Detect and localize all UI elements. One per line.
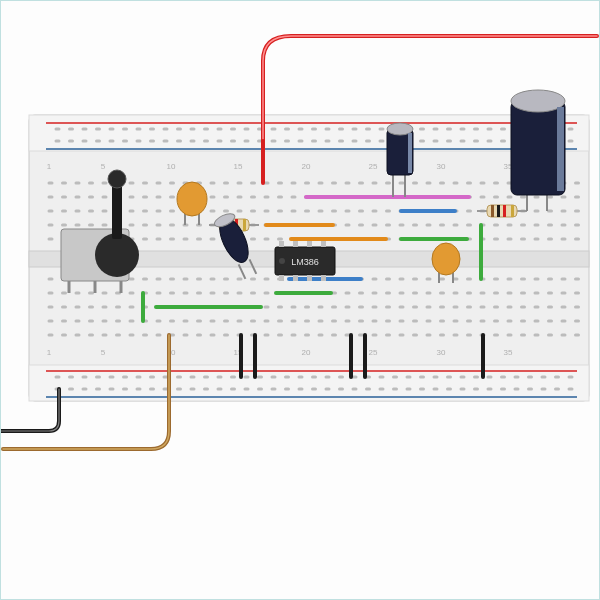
col-label: 5 bbox=[101, 162, 106, 171]
svg-rect-62 bbox=[279, 275, 284, 281]
col-label: 30 bbox=[437, 348, 446, 357]
svg-rect-80 bbox=[511, 205, 514, 217]
col-label: 1 bbox=[47, 162, 52, 171]
svg-point-74 bbox=[432, 243, 460, 275]
col-label: 30 bbox=[437, 162, 446, 171]
breadboard-diagram: 1 5 10 15 20 25 30 35 1 5 10 15 20 25 30… bbox=[1, 1, 600, 600]
svg-rect-63 bbox=[293, 275, 298, 281]
col-label: 20 bbox=[302, 348, 311, 357]
chip-label: LM386 bbox=[291, 257, 319, 267]
svg-rect-58 bbox=[279, 241, 284, 247]
col-label: 5 bbox=[101, 348, 106, 357]
col-label: 1 bbox=[47, 348, 52, 357]
svg-point-84 bbox=[511, 90, 565, 112]
svg-rect-60 bbox=[307, 241, 312, 247]
svg-rect-83 bbox=[511, 101, 565, 195]
col-label: 35 bbox=[504, 348, 513, 357]
col-label: 25 bbox=[369, 348, 378, 357]
svg-point-38 bbox=[95, 233, 139, 277]
diagram-frame: 1 5 10 15 20 25 30 35 1 5 10 15 20 25 30… bbox=[0, 0, 600, 600]
svg-rect-1 bbox=[29, 115, 589, 151]
electrolytic-large bbox=[511, 90, 565, 211]
col-label: 10 bbox=[167, 162, 176, 171]
svg-point-46 bbox=[177, 182, 207, 216]
svg-rect-79 bbox=[503, 205, 506, 217]
svg-point-66 bbox=[279, 258, 285, 264]
svg-rect-61 bbox=[321, 241, 326, 247]
col-label: 15 bbox=[234, 162, 243, 171]
svg-rect-77 bbox=[491, 205, 494, 217]
svg-rect-85 bbox=[557, 107, 564, 191]
col-label: 25 bbox=[369, 162, 378, 171]
col-label: 20 bbox=[302, 162, 311, 171]
svg-point-40 bbox=[108, 170, 126, 188]
chip-lm386: LM386 bbox=[275, 241, 335, 281]
svg-rect-64 bbox=[307, 275, 312, 281]
svg-rect-59 bbox=[293, 241, 298, 247]
svg-rect-52 bbox=[243, 219, 246, 231]
svg-rect-65 bbox=[321, 275, 326, 281]
svg-rect-71 bbox=[408, 133, 412, 173]
svg-rect-78 bbox=[497, 205, 500, 217]
